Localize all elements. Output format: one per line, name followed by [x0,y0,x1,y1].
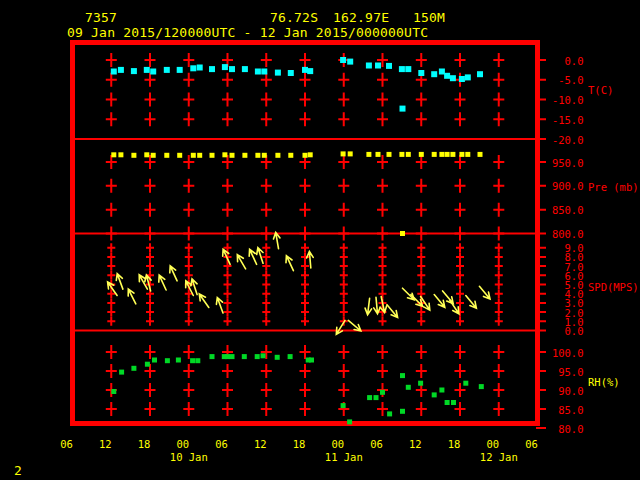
pressure-point [439,152,444,157]
pressure-point [222,152,227,157]
date-label: 10 Jan [170,451,208,463]
relative_humidity-point [418,381,423,386]
temperature-point [164,67,170,73]
panel-unit-label-wind_speed: SPD(MPS) [588,281,639,293]
relative_humidity-point [400,409,405,414]
relative_humidity-point [406,385,411,390]
pressure-point [131,153,136,158]
relative_humidity-point [432,392,437,397]
plus-grid-pressure [106,155,505,241]
time-period: 09 Jan 2015/120000UTC - 12 Jan 2015/0000… [67,26,428,39]
temperature-point [450,75,456,81]
relative_humidity-point [261,353,266,358]
wind-arrows [108,232,490,334]
pressure-point [376,152,381,157]
temperature-point [118,67,124,73]
pressure-point [387,152,392,157]
hour-tick-label: 18 [293,438,306,450]
temperature-point [431,71,437,77]
pressure-point [399,152,404,157]
wind-arrow [466,296,477,309]
temperature-point [222,64,228,70]
y-tick-label-relative_humidity: 95.0 [558,366,583,378]
temperature-point [399,66,405,72]
station-longitude: 162.97E [333,11,389,24]
pressure-point [242,153,247,158]
pressure-point [275,153,280,158]
temperature-point [242,66,248,72]
wind-arrow [170,266,177,281]
relative_humidity-point [380,390,385,395]
pressure-point [432,152,437,157]
relative_humidity-point [165,358,170,363]
y-tick-label-pressure: 850.0 [552,204,584,216]
relative_humidity-point [225,354,230,359]
panel-unit-label-pressure: Pre (mb) [588,181,639,193]
y-tick-label-temperature: -10.0 [552,94,584,106]
temperature-point [111,69,117,75]
pressure-point [308,152,313,157]
hour-tick-label: 12 [409,438,422,450]
relative_humidity-point [288,354,293,359]
temperature-point [144,67,150,73]
pressure-point [255,153,260,158]
temperature-point [131,68,137,74]
temperature-point [307,68,313,74]
date-label: 11 Jan [325,451,363,463]
temperature-point [177,67,183,73]
relative_humidity-point [387,411,392,416]
pressure-point [197,153,202,158]
temperature-point [150,69,156,75]
temperature-point [275,70,281,76]
relative_humidity-point [439,388,444,393]
relative_humidity-point [309,358,314,363]
y-tick-label-temperature: -15.0 [552,114,584,126]
wind-arrow [387,305,398,318]
pressure-points [111,151,482,236]
temperature-point [288,70,294,76]
hour-tick-label: 18 [138,438,151,450]
pressure-point [164,153,169,158]
temperature-point [261,69,267,75]
plus-grid-wind_speed [107,243,503,326]
temperature-point [340,57,346,63]
relative_humidity-point [195,358,200,363]
relative_humidity-point [445,400,450,405]
temperature-point [197,65,203,71]
y-tick-label-relative_humidity: 85.0 [558,404,583,416]
temperature-point [347,59,353,65]
relative_humidity-point [400,373,405,378]
temperature-point [209,66,215,72]
pressure-point [341,151,346,156]
pressure-point [111,152,116,157]
temperature-point [459,76,465,82]
y-tick-label-pressure: 950.0 [552,157,584,169]
station-id: 7357 [85,11,117,24]
temperature-point [418,70,424,76]
wind-arrow [274,232,281,248]
pressure-point [366,152,371,157]
temperature-point [386,63,392,69]
temperature-point [302,67,308,73]
page-number: 2 [14,464,22,477]
wind-arrow [216,298,223,314]
y-tick-label-pressure: 900.0 [552,180,584,192]
relative_humidity-point [451,400,456,405]
pressure-point [445,152,450,157]
meteogram-screen: 0.0-5.0-10.0-15.0-20.0T(C)950.0900.0850.… [0,0,640,480]
wind-arrow [237,255,245,269]
temperature-point [439,69,445,75]
relative_humidity-point [152,358,157,363]
date-label: 12 Jan [480,451,518,463]
pressure-point [288,153,293,158]
wind-arrow [199,294,209,308]
wind-arrow [374,297,381,313]
temperature-point [444,73,450,79]
wind-arrow [479,286,490,299]
temperature-point [375,63,381,69]
relative_humidity-point [479,384,484,389]
relative_humidity-point [374,395,379,400]
panel-unit-label-temperature: T(C) [588,84,613,96]
wind-arrow [128,289,136,304]
pressure-point [465,152,470,157]
